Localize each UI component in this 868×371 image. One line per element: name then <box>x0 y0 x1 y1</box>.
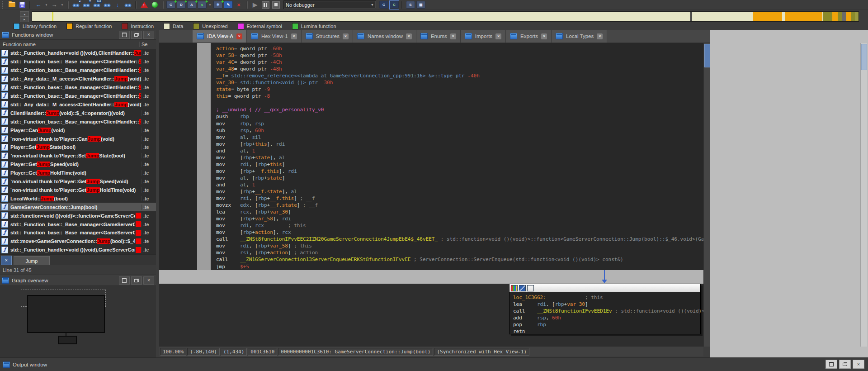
pause-process-icon[interactable] <box>261 1 270 9</box>
list-item[interactable]: ƒPlayer::GetJumpHoldTime(void).te <box>0 169 156 177</box>
list-item[interactable]: ƒPlayer::CanJump(void).te <box>0 126 156 134</box>
list-item[interactable]: ƒstd::_Function_base::_Base_manager<Clie… <box>0 83 156 92</box>
search-text-icon[interactable]: T <box>82 1 91 9</box>
tab-enums[interactable]: Enums× <box>416 30 461 43</box>
disasm-line[interactable]: var_48= qword ptr -48h <box>216 66 703 72</box>
segment-column[interactable]: Se <box>139 42 156 47</box>
list-item[interactable]: ƒLocalWorld::Jump(bool).te <box>0 194 156 203</box>
disasm-line[interactable]: mov [rbp+state], al <box>216 154 703 161</box>
tab-structures[interactable]: Structures× <box>302 30 353 43</box>
disasm-line[interactable] <box>216 100 703 106</box>
graph-overview-canvas[interactable] <box>0 286 156 357</box>
disasm-line[interactable]: this= qword ptr -8 <box>216 93 703 100</box>
disasm-line[interactable]: call __ZNSt8functionIFvvEED1Ev ; std::fu… <box>513 308 703 314</box>
disasm-line[interactable]: mov [rbp+__f.this], rdi <box>216 168 703 175</box>
search-again-icon[interactable] <box>103 1 112 9</box>
graph-view-canvas[interactable]: action= qword ptr -60hvar_58= qword ptr … <box>159 43 703 347</box>
tab-hex-view-1[interactable]: Hex View-1× <box>247 30 302 43</box>
filter-tab-jump[interactable]: Jump <box>14 256 50 265</box>
right-scrollbar[interactable] <box>860 43 867 347</box>
debugger-select-caret[interactable]: ▼ <box>371 3 374 6</box>
tab-close-icon[interactable]: × <box>406 33 412 39</box>
canvas-vertical-scrollbar[interactable] <box>703 43 710 347</box>
disasm-line[interactable]: var_30= std::function<void ()> ptr -30h <box>216 79 703 86</box>
scripts-icon[interactable]: S <box>406 1 415 9</box>
functions-float-button[interactable] <box>131 31 142 39</box>
dock-float-button[interactable] <box>839 360 851 369</box>
tab-close-icon[interactable]: × <box>343 33 349 39</box>
disasm-line[interactable]: loc_1C3662: ; this <box>513 294 703 301</box>
list-item[interactable]: ƒClientHandler::Jump(void)::$_4::operato… <box>0 109 156 117</box>
make-code-icon[interactable]: C+ <box>166 1 175 9</box>
forward-icon[interactable]: → <box>50 1 59 9</box>
debugger-select[interactable]: No debugger▼ <box>283 0 376 9</box>
list-item[interactable]: ƒstd::_Any_data::_M_access<ClientHandler… <box>0 75 156 83</box>
back-icon[interactable]: ← <box>34 1 43 9</box>
right-scrollbar-thumb[interactable] <box>861 44 867 70</box>
tab-ida-view-a[interactable]: IDA View-A× <box>193 30 247 43</box>
disasm-line[interactable]: lea rdi, [rbp+var_30] <box>513 301 703 308</box>
disasm-line[interactable]: add rsp, 60h <box>513 314 703 321</box>
make-data-icon[interactable]: D+ <box>177 1 186 9</box>
forward-caret-icon[interactable]: ▼ <box>60 1 64 9</box>
disasm-line[interactable]: mov rdi, [rbp+this] <box>216 161 703 168</box>
list-item[interactable]: ƒstd::_Function_base::_Base_manager<Clie… <box>0 57 156 66</box>
output-window-bar[interactable]: Output window <box>0 357 868 371</box>
search-immediate-icon[interactable]: 101 <box>92 1 101 9</box>
list-item[interactable]: ƒstd::_Function_base::_Base_manager<Game… <box>0 228 156 237</box>
overview-float-button[interactable] <box>131 276 142 285</box>
basic-block-node-entry[interactable]: action= qword ptr -60hvar_58= qword ptr … <box>159 43 703 270</box>
disasm-line[interactable]: action= qword ptr -60h <box>216 45 703 52</box>
make-array-icon[interactable]: ✱+ <box>213 1 222 9</box>
make-string-icon[interactable]: s+ <box>198 1 207 9</box>
disasm-line[interactable]: state= byte ptr -9 <box>216 86 703 93</box>
list-item[interactable]: ƒstd::_Function_handler<void ()(void),Cl… <box>0 49 156 57</box>
disasm-line[interactable]: mov al, sil <box>216 134 703 141</box>
function-name-column[interactable]: Function name <box>0 42 139 47</box>
tab-close-icon[interactable]: × <box>495 33 501 39</box>
open-file-icon[interactable] <box>7 1 16 9</box>
disasm-line[interactable]: mov al, [rbp+state] <box>216 175 703 181</box>
disasm-line[interactable]: movzx edx, [rbp+__f.state] ; __f <box>216 202 703 209</box>
string-caret-icon[interactable]: ▼ <box>208 1 212 9</box>
search-number-icon[interactable]: # <box>71 1 80 9</box>
tab-close-icon[interactable]: × <box>291 33 297 39</box>
list-item[interactable]: ƒstd::_Function_handler<void ()(void),Ga… <box>0 246 156 254</box>
disasm-line[interactable]: and al, 1 <box>216 147 703 154</box>
list-item[interactable]: ƒ`non-virtual thunk to'Player::SetJumpSt… <box>0 152 156 160</box>
disasm-line[interactable]: mov [rbp+action], rcx <box>216 229 703 236</box>
jump-address-icon[interactable]: ↓ <box>113 1 122 9</box>
tab-names-window[interactable]: Names window× <box>353 30 416 43</box>
list-item[interactable]: ƒstd::move<GameServerConnection::Jump(bo… <box>0 237 156 246</box>
undefine-icon[interactable]: × <box>234 1 243 9</box>
navband-right-arrow[interactable]: ▸ <box>20 16 29 22</box>
segments-icon[interactable]: ▦ <box>416 1 425 9</box>
tab-close-icon[interactable]: × <box>597 33 603 39</box>
edit-function-icon[interactable]: ✎ <box>224 1 233 9</box>
functions-restore-button[interactable] <box>119 31 130 39</box>
disasm-line[interactable]: ; __unwind { // __gxx_personality_v0 <box>216 106 703 113</box>
list-item[interactable]: ƒPlayer::SetJumpState(bool).te <box>0 143 156 152</box>
disasm-line[interactable]: mov rbp, rsp <box>216 120 703 127</box>
continue-process-icon[interactable]: C <box>390 1 399 9</box>
node-group-icon[interactable] <box>527 285 534 291</box>
filter-close-button[interactable]: × <box>1 256 12 265</box>
disasm-line[interactable]: var_4C= dword ptr -4Ch <box>216 59 703 66</box>
disasm-line[interactable]: mov [rbp+var_58], rdi <box>216 215 703 222</box>
list-item[interactable]: ƒstd::_Function_base::_Base_manager<Clie… <box>0 92 156 100</box>
navigation-band[interactable] <box>32 11 859 22</box>
disasm-line[interactable]: mov [rbp+this], rdi <box>216 141 703 147</box>
problems-icon[interactable]: ! <box>140 1 149 9</box>
dock-restore-button[interactable] <box>826 360 837 369</box>
tab-close-icon[interactable]: × <box>450 33 456 39</box>
functions-close-button[interactable]: × <box>143 31 154 39</box>
disasm-line[interactable]: mov rsi, [rbp+__f.this] ; __f <box>216 195 703 202</box>
disasm-line[interactable]: var_58= qword ptr -58h <box>216 52 703 59</box>
tab-imports[interactable]: Imports× <box>461 30 506 43</box>
dock-close-button[interactable]: × <box>853 360 864 369</box>
overview-restore-button[interactable] <box>119 276 130 285</box>
back-caret-icon[interactable]: ▼ <box>44 1 48 9</box>
save-icon[interactable] <box>18 1 27 9</box>
disasm-line[interactable]: mov rdi, [rbp+var_58] ; this <box>216 243 703 249</box>
list-item[interactable]: ƒstd::_Any_data::_M_access<ClientHandler… <box>0 100 156 109</box>
